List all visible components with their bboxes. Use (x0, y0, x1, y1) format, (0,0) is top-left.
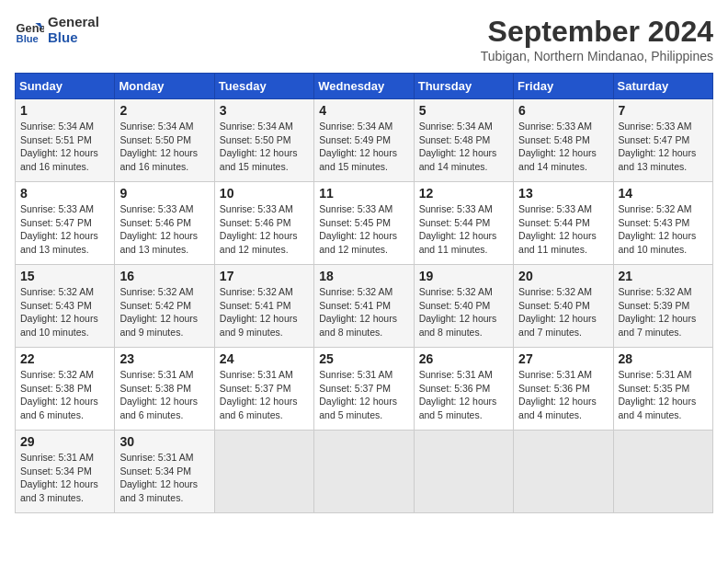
calendar-cell (414, 431, 513, 513)
day-number: 11 (319, 186, 408, 201)
day-number: 8 (20, 186, 109, 201)
calendar-cell: 6Sunrise: 5:33 AM Sunset: 5:48 PM Daylig… (514, 99, 613, 182)
calendar-cell: 11Sunrise: 5:33 AM Sunset: 5:45 PM Dayli… (314, 182, 414, 265)
calendar-cell: 12Sunrise: 5:33 AM Sunset: 5:44 PM Dayli… (414, 182, 513, 265)
calendar-week-row: 1Sunrise: 5:34 AM Sunset: 5:51 PM Daylig… (16, 99, 713, 182)
day-info: Sunrise: 5:34 AM Sunset: 5:49 PM Dayligh… (319, 120, 408, 174)
page-header: General Blue General Blue September 2024… (15, 15, 713, 63)
day-number: 5 (419, 103, 508, 118)
day-number: 26 (419, 351, 508, 366)
day-number: 28 (619, 351, 708, 366)
day-info: Sunrise: 5:33 AM Sunset: 5:45 PM Dayligh… (319, 202, 408, 257)
day-info: Sunrise: 5:33 AM Sunset: 5:44 PM Dayligh… (419, 202, 508, 257)
day-number: 16 (119, 269, 209, 283)
calendar-cell: 30Sunrise: 5:31 AM Sunset: 5:34 PM Dayli… (115, 431, 214, 513)
day-info: Sunrise: 5:33 AM Sunset: 5:44 PM Dayligh… (518, 202, 608, 257)
day-number: 18 (319, 269, 408, 283)
calendar-cell: 22Sunrise: 5:32 AM Sunset: 5:38 PM Dayli… (16, 348, 115, 431)
day-number: 23 (119, 351, 209, 366)
day-number: 19 (419, 269, 508, 283)
day-number: 29 (20, 434, 109, 449)
calendar-cell (514, 431, 613, 513)
calendar-cell: 20Sunrise: 5:32 AM Sunset: 5:40 PM Dayli… (514, 265, 613, 348)
weekday-header: Friday (514, 74, 613, 99)
day-number: 13 (518, 186, 608, 201)
day-number: 6 (518, 103, 608, 118)
calendar-cell: 28Sunrise: 5:31 AM Sunset: 5:35 PM Dayli… (613, 348, 712, 431)
calendar-cell: 18Sunrise: 5:32 AM Sunset: 5:41 PM Dayli… (314, 265, 414, 348)
svg-text:Blue: Blue (17, 32, 39, 43)
calendar-table: SundayMondayTuesdayWednesdayThursdayFrid… (15, 73, 713, 513)
calendar-cell: 1Sunrise: 5:34 AM Sunset: 5:51 PM Daylig… (16, 99, 115, 182)
day-info: Sunrise: 5:33 AM Sunset: 5:48 PM Dayligh… (518, 120, 608, 174)
day-info: Sunrise: 5:31 AM Sunset: 5:34 PM Dayligh… (119, 451, 209, 505)
day-info: Sunrise: 5:31 AM Sunset: 5:37 PM Dayligh… (220, 368, 309, 422)
location-title: Tubigan, Northern Mindanao, Philippines (481, 49, 713, 63)
day-info: Sunrise: 5:33 AM Sunset: 5:47 PM Dayligh… (619, 120, 708, 174)
calendar-week-row: 22Sunrise: 5:32 AM Sunset: 5:38 PM Dayli… (16, 348, 713, 431)
day-number: 12 (419, 186, 508, 201)
day-info: Sunrise: 5:32 AM Sunset: 5:42 PM Dayligh… (119, 285, 209, 339)
day-number: 7 (619, 103, 708, 118)
month-title: September 2024 (481, 15, 713, 49)
weekday-header: Wednesday (314, 74, 414, 99)
calendar-cell: 8Sunrise: 5:33 AM Sunset: 5:47 PM Daylig… (16, 182, 115, 265)
day-number: 17 (220, 269, 309, 283)
day-number: 10 (220, 186, 309, 201)
weekday-header: Sunday (16, 74, 115, 99)
day-number: 2 (119, 103, 209, 118)
calendar-cell: 14Sunrise: 5:32 AM Sunset: 5:43 PM Dayli… (613, 182, 712, 265)
day-info: Sunrise: 5:32 AM Sunset: 5:40 PM Dayligh… (518, 285, 608, 339)
calendar-cell: 13Sunrise: 5:33 AM Sunset: 5:44 PM Dayli… (514, 182, 613, 265)
calendar-cell: 24Sunrise: 5:31 AM Sunset: 5:37 PM Dayli… (214, 348, 313, 431)
day-info: Sunrise: 5:32 AM Sunset: 5:40 PM Dayligh… (419, 285, 508, 339)
day-number: 24 (220, 351, 309, 366)
day-info: Sunrise: 5:34 AM Sunset: 5:50 PM Dayligh… (220, 120, 309, 174)
day-info: Sunrise: 5:31 AM Sunset: 5:37 PM Dayligh… (319, 368, 408, 422)
day-info: Sunrise: 5:32 AM Sunset: 5:38 PM Dayligh… (20, 368, 109, 422)
logo-line2: Blue (48, 30, 99, 46)
title-block: September 2024 Tubigan, Northern Mindana… (481, 15, 713, 63)
calendar-cell: 26Sunrise: 5:31 AM Sunset: 5:36 PM Dayli… (414, 348, 513, 431)
day-info: Sunrise: 5:34 AM Sunset: 5:48 PM Dayligh… (419, 120, 508, 174)
calendar-cell: 10Sunrise: 5:33 AM Sunset: 5:46 PM Dayli… (214, 182, 313, 265)
day-number: 14 (619, 186, 708, 201)
weekday-header: Thursday (414, 74, 513, 99)
day-number: 22 (20, 351, 109, 366)
calendar-cell: 21Sunrise: 5:32 AM Sunset: 5:39 PM Dayli… (613, 265, 712, 348)
calendar-cell: 7Sunrise: 5:33 AM Sunset: 5:47 PM Daylig… (613, 99, 712, 182)
calendar-cell (214, 431, 313, 513)
day-number: 3 (220, 103, 309, 118)
calendar-cell (314, 431, 414, 513)
day-info: Sunrise: 5:32 AM Sunset: 5:43 PM Dayligh… (20, 285, 109, 339)
day-info: Sunrise: 5:31 AM Sunset: 5:36 PM Dayligh… (518, 368, 608, 422)
day-number: 21 (619, 269, 708, 283)
calendar-body: 1Sunrise: 5:34 AM Sunset: 5:51 PM Daylig… (16, 99, 713, 513)
day-info: Sunrise: 5:34 AM Sunset: 5:50 PM Dayligh… (119, 120, 209, 174)
calendar-header-row: SundayMondayTuesdayWednesdayThursdayFrid… (16, 74, 713, 99)
calendar-cell: 4Sunrise: 5:34 AM Sunset: 5:49 PM Daylig… (314, 99, 414, 182)
weekday-header: Saturday (613, 74, 712, 99)
calendar-cell: 9Sunrise: 5:33 AM Sunset: 5:46 PM Daylig… (115, 182, 214, 265)
day-info: Sunrise: 5:32 AM Sunset: 5:39 PM Dayligh… (619, 285, 708, 339)
calendar-cell: 29Sunrise: 5:31 AM Sunset: 5:34 PM Dayli… (16, 431, 115, 513)
day-info: Sunrise: 5:33 AM Sunset: 5:46 PM Dayligh… (119, 202, 209, 257)
calendar-cell (613, 431, 712, 513)
day-number: 27 (518, 351, 608, 366)
calendar-week-row: 15Sunrise: 5:32 AM Sunset: 5:43 PM Dayli… (16, 265, 713, 348)
calendar-cell: 23Sunrise: 5:31 AM Sunset: 5:38 PM Dayli… (115, 348, 214, 431)
calendar-cell: 3Sunrise: 5:34 AM Sunset: 5:50 PM Daylig… (214, 99, 313, 182)
day-number: 20 (518, 269, 608, 283)
calendar-cell: 27Sunrise: 5:31 AM Sunset: 5:36 PM Dayli… (514, 348, 613, 431)
calendar-week-row: 8Sunrise: 5:33 AM Sunset: 5:47 PM Daylig… (16, 182, 713, 265)
day-number: 25 (319, 351, 408, 366)
day-info: Sunrise: 5:33 AM Sunset: 5:47 PM Dayligh… (20, 202, 109, 257)
calendar-cell: 15Sunrise: 5:32 AM Sunset: 5:43 PM Dayli… (16, 265, 115, 348)
calendar-cell: 19Sunrise: 5:32 AM Sunset: 5:40 PM Dayli… (414, 265, 513, 348)
day-info: Sunrise: 5:32 AM Sunset: 5:43 PM Dayligh… (619, 202, 708, 257)
day-info: Sunrise: 5:31 AM Sunset: 5:35 PM Dayligh… (619, 368, 708, 422)
calendar-week-row: 29Sunrise: 5:31 AM Sunset: 5:34 PM Dayli… (16, 431, 713, 513)
calendar-cell: 25Sunrise: 5:31 AM Sunset: 5:37 PM Dayli… (314, 348, 414, 431)
calendar-cell: 5Sunrise: 5:34 AM Sunset: 5:48 PM Daylig… (414, 99, 513, 182)
day-number: 15 (20, 269, 109, 283)
